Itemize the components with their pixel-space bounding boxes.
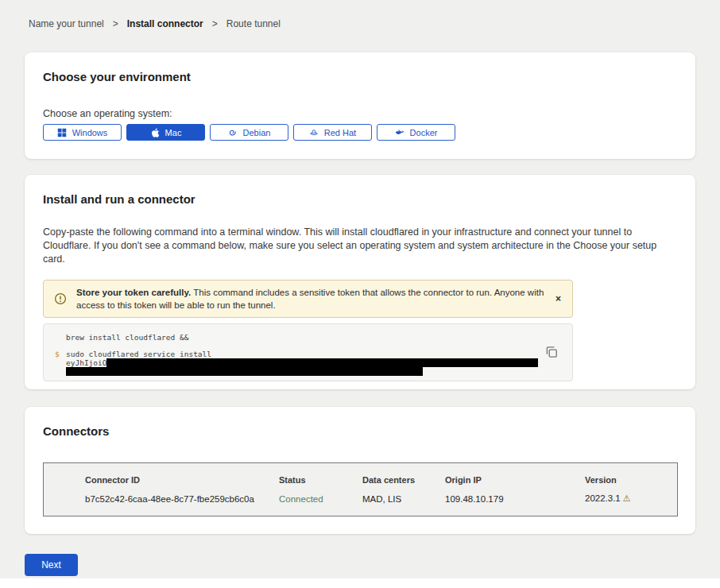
os-button-label: Debian [243, 128, 271, 137]
connector-id-value: b7c52c42-6caa-48ee-8c77-fbe259cb6c0a [85, 494, 279, 504]
os-button-redhat[interactable]: Red Hat [293, 124, 372, 141]
shell-prompt: $ [44, 350, 66, 358]
status-badge: Connected [279, 494, 362, 504]
environment-card-title: Choose your environment [43, 70, 677, 84]
breadcrumb-step-name-your-tunnel[interactable]: Name your tunnel [29, 18, 104, 29]
windows-logo-icon [57, 128, 67, 137]
redhat-logo-icon [309, 128, 319, 137]
docker-logo-icon [395, 128, 405, 137]
debian-logo-icon [228, 128, 238, 137]
os-button-windows[interactable]: Windows [43, 124, 122, 141]
token-prefix-text: eyJhIjoiO [66, 358, 106, 367]
column-header-connector-id: Connector ID [85, 475, 279, 485]
os-button-mac[interactable]: Mac [126, 124, 205, 141]
connectors-table-header: Connector ID Status Data centers Origin … [85, 475, 677, 485]
redacted-token-bar [66, 367, 423, 376]
column-header-version: Version [585, 475, 677, 485]
column-header-origin-ip: Origin IP [445, 475, 585, 485]
token-warning-title: Store your token carefully. [76, 288, 191, 297]
version-value: 2022.3.1⚠ [585, 493, 677, 504]
os-button-label: Docker [410, 128, 438, 137]
os-button-label: Windows [72, 128, 108, 137]
warning-triangle-icon: ⚠ [623, 493, 631, 503]
token-warning-text: Store your token carefully. This command… [76, 286, 545, 311]
token-warning-banner: Store your token carefully. This command… [43, 280, 573, 318]
data-centers-value: MAD, LIS [362, 494, 445, 504]
apple-logo-icon [150, 128, 160, 137]
code-line-token: eyJhIjoiO [44, 358, 538, 367]
connectors-card-title: Connectors [43, 424, 677, 439]
os-button-label: Mac [165, 128, 182, 137]
os-button-docker[interactable]: Docker [377, 124, 455, 141]
origin-ip-value: 109.48.10.179 [445, 494, 585, 504]
code-line-brew: brew install cloudflared && [44, 333, 572, 342]
column-header-status: Status [279, 475, 362, 485]
column-header-data-centers: Data centers [362, 475, 445, 485]
breadcrumb-step-route-tunnel[interactable]: Route tunnel [226, 18, 281, 29]
connectors-card: Connectors Connector ID Status Data cent… [25, 407, 695, 534]
code-text: sudo cloudflared service install [66, 350, 211, 358]
breadcrumb-separator: > [212, 18, 218, 29]
os-button-debian[interactable]: Debian [210, 124, 288, 141]
table-row: b7c52c42-6caa-48ee-8c77-fbe259cb6c0a Con… [85, 493, 677, 504]
install-card-title: Install and run a connector [43, 192, 677, 207]
install-description: Copy-paste the following command into a … [43, 226, 675, 266]
code-line-token-2 [44, 367, 572, 376]
os-button-label: Red Hat [324, 128, 356, 137]
breadcrumb-step-install-connector[interactable]: Install connector [127, 18, 203, 29]
code-text: brew install cloudflared && [66, 333, 188, 342]
next-button[interactable]: Next [25, 554, 78, 576]
breadcrumb-separator: > [113, 18, 118, 29]
code-line-sudo: $sudo cloudflared service install [44, 350, 572, 358]
close-icon[interactable]: × [552, 292, 564, 305]
install-command-codeblock: brew install cloudflared && $sudo cloudf… [43, 323, 573, 381]
info-icon [54, 292, 67, 305]
copy-icon[interactable] [544, 345, 559, 359]
os-button-group: Windows Mac Debian Red Hat Docker [43, 124, 677, 141]
redacted-token-bar [106, 358, 538, 367]
breadcrumb: Name your tunnel>Install connector>Route… [29, 18, 281, 29]
connectors-table: Connector ID Status Data centers Origin … [43, 462, 678, 516]
operating-system-label: Choose an operating system: [43, 108, 677, 119]
bottom-strip [0, 578, 720, 588]
choose-environment-card: Choose your environment Choose an operat… [25, 52, 695, 159]
install-connector-card: Install and run a connector Copy-paste t… [25, 175, 695, 389]
